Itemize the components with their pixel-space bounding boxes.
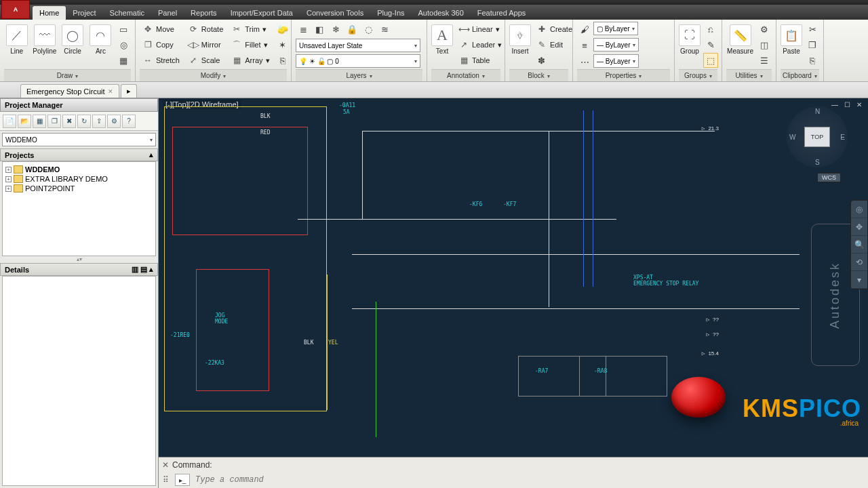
group-button[interactable]: ⛶Group bbox=[679, 22, 701, 55]
layer-current-dropdown[interactable]: 💡 ☀ 🔓 ▢ 0 bbox=[296, 54, 420, 68]
util2-icon[interactable]: ◫ bbox=[757, 37, 772, 52]
fillet-button[interactable]: ⌒Fillet ▾ bbox=[229, 37, 272, 52]
app-logo[interactable]: A bbox=[1, 0, 30, 19]
command-input[interactable] bbox=[193, 475, 868, 485]
tree-item[interactable]: +EXTRA LIBRARY DEMO bbox=[5, 174, 153, 184]
cut-icon[interactable]: ✂ bbox=[805, 22, 820, 37]
pm-del-icon[interactable]: ✖ bbox=[62, 115, 76, 128]
insert-button[interactable]: ⎀Insert bbox=[509, 22, 531, 55]
edit-button[interactable]: ✎Edit bbox=[534, 37, 575, 52]
panel-label-layers[interactable]: Layers bbox=[346, 72, 366, 79]
array-button[interactable]: ▦Array ▾ bbox=[229, 53, 272, 68]
nav-pan-icon[interactable]: ✥ bbox=[851, 218, 867, 236]
util3-icon[interactable]: ☰ bbox=[757, 53, 772, 68]
panel-label-properties[interactable]: Properties bbox=[606, 72, 637, 79]
group-edit-icon[interactable]: ✎ bbox=[703, 37, 718, 52]
cmd-history-icon[interactable]: ▸_ bbox=[175, 474, 190, 486]
pm-splitter[interactable]: ▴▾ bbox=[0, 256, 158, 263]
layer-prop-icon[interactable]: ≣ bbox=[296, 22, 311, 37]
offset-icon[interactable]: ⎘ bbox=[275, 53, 290, 68]
block-attr-icon[interactable]: ✽ bbox=[534, 53, 549, 68]
nav-zoom-icon[interactable]: 🔍 bbox=[851, 236, 867, 253]
linear-button[interactable]: ⟷Linear ▾ bbox=[456, 22, 505, 37]
tab-project[interactable]: Project bbox=[66, 6, 102, 20]
create-button[interactable]: ✚Create bbox=[534, 22, 575, 37]
pm-tree[interactable]: +WDDEMO +EXTRA LIBRARY DEMO +POINT2POINT bbox=[2, 161, 156, 256]
pm-section-projects[interactable]: Projects▴ bbox=[0, 148, 158, 161]
ellipse-icon[interactable]: ◎ bbox=[116, 37, 131, 52]
compass-s[interactable]: S bbox=[815, 159, 820, 166]
layer-match-icon[interactable]: ≋ bbox=[377, 22, 392, 37]
pm-dwg-icon[interactable]: ▦ bbox=[33, 115, 46, 128]
panel-label-block[interactable]: Block bbox=[528, 72, 544, 79]
copy-button[interactable]: ❐Copy bbox=[140, 37, 182, 52]
panel-label-groups[interactable]: Groups bbox=[684, 72, 707, 79]
tree-item[interactable]: +POINT2POINT bbox=[5, 184, 153, 193]
leader-button[interactable]: ↗Leader ▾ bbox=[456, 37, 505, 52]
line-button[interactable]: ／Line bbox=[4, 22, 29, 55]
tab-reports[interactable]: Reports bbox=[184, 6, 224, 20]
move-button[interactable]: ✥Move bbox=[140, 22, 182, 37]
tab-schematic[interactable]: Schematic bbox=[103, 6, 151, 20]
cmd-handle-icon[interactable]: ⠿ bbox=[159, 475, 172, 485]
canvas-close-icon[interactable]: ✕ bbox=[854, 100, 864, 109]
panel-label-annotation[interactable]: Annotation bbox=[447, 72, 479, 79]
compass-w[interactable]: W bbox=[789, 134, 795, 141]
tree-item[interactable]: +WDDEMO bbox=[5, 165, 153, 174]
text-button[interactable]: AText bbox=[431, 22, 453, 55]
pm-section-details[interactable]: Details▥ ▤ ▴ bbox=[0, 263, 158, 276]
panel-label-modify[interactable]: Modify bbox=[201, 72, 220, 79]
match-prop-icon[interactable]: 🖌 bbox=[577, 22, 592, 37]
panel-label-draw[interactable]: Draw bbox=[57, 72, 73, 79]
erase-icon[interactable]: 🧽 bbox=[275, 22, 290, 37]
layer-freeze-icon[interactable]: ❄ bbox=[328, 22, 343, 37]
drawing-canvas[interactable]: [-][Top][2D Wireframe] — ☐ ✕ BLK RED BLK bbox=[159, 98, 868, 457]
hatch-icon[interactable]: ▦ bbox=[116, 53, 131, 68]
color-dropdown[interactable]: ▢ ByLayer bbox=[593, 22, 638, 35]
tab-conversion[interactable]: Conversion Tools bbox=[300, 6, 370, 20]
cmd-close-icon[interactable]: ✕ bbox=[159, 460, 172, 470]
canvas-max-icon[interactable]: ☐ bbox=[842, 100, 852, 109]
layer-state-dropdown[interactable]: Unsaved Layer State bbox=[296, 39, 420, 52]
linetype-icon[interactable]: ⋯ bbox=[577, 54, 592, 69]
pm-help-icon[interactable]: ? bbox=[122, 115, 136, 128]
polyline-button[interactable]: 〰Polyline bbox=[32, 22, 57, 55]
compass-e[interactable]: E bbox=[840, 134, 845, 141]
lineweight-dropdown[interactable]: — ByLayer bbox=[593, 38, 639, 52]
stretch-button[interactable]: ↔Stretch bbox=[140, 53, 182, 68]
layer-off-icon[interactable]: ◌ bbox=[361, 22, 376, 37]
pm-new-icon[interactable]: 📄 bbox=[3, 115, 16, 128]
canvas-min-icon[interactable]: — bbox=[830, 100, 840, 109]
arc-button[interactable]: ◠Arc bbox=[88, 22, 113, 55]
nav-show-icon[interactable]: ▾ bbox=[851, 271, 867, 289]
pm-project-dropdown[interactable]: WDDEMO bbox=[2, 133, 156, 146]
tab-featured[interactable]: Featured Apps bbox=[471, 6, 533, 20]
tab-import-export[interactable]: Import/Export Data bbox=[224, 6, 300, 20]
trim-button[interactable]: ✂Trim ▾ bbox=[229, 22, 272, 37]
pm-ref-icon[interactable]: ↻ bbox=[77, 115, 91, 128]
util1-icon[interactable]: ⚙ bbox=[757, 22, 772, 37]
tab-plugins[interactable]: Plug-Ins bbox=[370, 6, 411, 20]
panel-label-utilities[interactable]: Utilities bbox=[735, 72, 757, 79]
nav-bar[interactable]: ◎ ✥ 🔍 ⟲ ▾ bbox=[850, 200, 868, 289]
rotate-button[interactable]: ⟳Rotate bbox=[185, 22, 226, 37]
mirror-button[interactable]: ◁▷Mirror bbox=[185, 37, 226, 52]
scale-button[interactable]: ⤢Scale bbox=[185, 53, 226, 68]
nav-wheel-icon[interactable]: ◎ bbox=[851, 201, 867, 218]
panel-label-clipboard[interactable]: Clipboard bbox=[783, 72, 812, 79]
pm-copy-icon[interactable]: ❐ bbox=[47, 115, 61, 128]
tab-home[interactable]: Home bbox=[33, 6, 66, 20]
pm-pub-icon[interactable]: ⇪ bbox=[92, 115, 106, 128]
table-button[interactable]: ▦Table bbox=[456, 53, 505, 68]
lineweight-icon[interactable]: ≡ bbox=[577, 38, 592, 53]
copy-clip-icon[interactable]: ❐ bbox=[805, 37, 820, 52]
group-sel-icon[interactable]: ⬚ bbox=[703, 53, 718, 68]
rectangle-icon[interactable]: ▭ bbox=[116, 22, 131, 37]
tab-a360[interactable]: Autodesk 360 bbox=[412, 6, 471, 20]
ungroup-icon[interactable]: ⎌ bbox=[703, 22, 718, 37]
pm-open-icon[interactable]: 📂 bbox=[18, 115, 31, 128]
layer-iso-icon[interactable]: ◧ bbox=[312, 22, 327, 37]
paste-button[interactable]: 📋Paste bbox=[781, 22, 802, 55]
close-icon[interactable]: ✕ bbox=[108, 88, 113, 95]
measure-button[interactable]: 📏Measure bbox=[726, 22, 754, 55]
